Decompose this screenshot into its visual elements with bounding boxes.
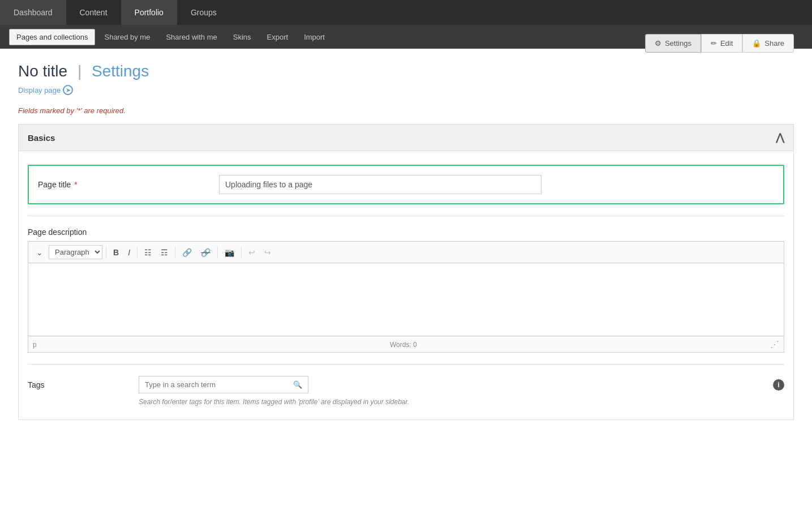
chevron-down-icon: ⌄ (36, 248, 43, 257)
page-title-label: Page title * (38, 180, 219, 189)
tags-label: Tags (28, 380, 130, 389)
toolbar-chevron-button[interactable]: ⌄ (33, 246, 46, 259)
italic-button[interactable]: I (124, 246, 134, 259)
paragraph-tag: p (33, 341, 37, 349)
pencil-icon: ✏ (711, 39, 717, 48)
info-icon[interactable]: i (773, 379, 784, 391)
page-heading: No title | Settings (18, 62, 794, 80)
lock-icon: 🔒 (752, 39, 761, 48)
nav-groups[interactable]: Groups (177, 0, 230, 25)
basics-section-body: Page title * Page description ⌄ Paragrap… (19, 151, 793, 419)
page-description-section: Page description ⌄ Paragraph B I ☷ ☶ (28, 228, 784, 353)
image-button[interactable]: 📷 (221, 246, 238, 259)
editor-area[interactable] (28, 263, 784, 336)
page-title-input[interactable] (219, 175, 542, 194)
word-count: Words: 0 (390, 341, 417, 349)
toolbar-divider-2 (137, 247, 138, 258)
search-icon: 🔍 (293, 380, 302, 389)
tags-hint: Search for/enter tags for this item. Ite… (139, 398, 784, 406)
tags-search-input[interactable] (145, 380, 290, 389)
subnav-shared-by-me[interactable]: Shared by me (97, 29, 157, 45)
tags-row: Tags 🔍 i (28, 376, 784, 393)
bold-button[interactable]: B (110, 246, 122, 259)
gear-icon: ⚙ (655, 39, 661, 48)
subnav-skins[interactable]: Skins (226, 29, 258, 45)
toolbar-divider-3 (175, 247, 175, 258)
top-navigation: Dashboard Content Portfolio Groups (0, 0, 812, 25)
nav-dashboard[interactable]: Dashboard (0, 0, 66, 25)
page-description-label: Page description (28, 228, 784, 237)
edit-button[interactable]: ✏ Edit (701, 34, 742, 53)
editor-toolbar: ⌄ Paragraph B I ☷ ☶ 🔗 🔗 📷 (28, 241, 784, 263)
basics-section-title: Basics (28, 133, 55, 143)
unordered-list-button[interactable]: ☷ (141, 246, 155, 259)
circle-arrow-icon: ➤ (63, 85, 73, 95)
toolbar-divider-1 (106, 247, 106, 258)
page-title-row: Page title * (28, 165, 784, 204)
resize-handle[interactable]: ⋰ (770, 339, 779, 350)
nav-portfolio[interactable]: Portfolio (121, 0, 177, 25)
page-title-section: Settings (92, 62, 149, 80)
required-note: Fields marked by '*' are required. (18, 106, 794, 115)
paragraph-style-select[interactable]: Paragraph (49, 245, 102, 259)
subnav-export[interactable]: Export (260, 29, 295, 45)
unlink-button[interactable]: 🔗 (197, 246, 214, 259)
ordered-list-button[interactable]: ☶ (157, 246, 171, 259)
display-page-link[interactable]: Display page ➤ (18, 85, 73, 95)
basics-section-header: Basics ⋀ (19, 125, 793, 151)
required-star: * (72, 180, 77, 189)
editor-footer: p Words: 0 ⋰ (28, 336, 784, 353)
collapse-icon[interactable]: ⋀ (776, 131, 784, 144)
subnav-pages-collections[interactable]: Pages and collections (9, 29, 95, 45)
toolbar-divider-4 (217, 247, 218, 258)
undo-button[interactable]: ↩ (245, 246, 259, 259)
page-content: ⚙ Settings ✏ Edit 🔒 Share No title | Set… (0, 49, 812, 445)
title-separator: | (78, 62, 86, 80)
settings-button[interactable]: ⚙ Settings (645, 34, 701, 53)
tags-divider (28, 364, 784, 365)
share-button[interactable]: 🔒 Share (742, 34, 794, 53)
basics-section: Basics ⋀ Page title * Page description ⌄ (18, 124, 794, 420)
link-button[interactable]: 🔗 (179, 246, 195, 259)
subnav-import[interactable]: Import (297, 29, 332, 45)
tags-section: Tags 🔍 i Search for/enter tags for this … (28, 376, 784, 406)
section-divider (28, 216, 784, 216)
action-buttons: ⚙ Settings ✏ Edit 🔒 Share (645, 34, 794, 53)
tags-search-container[interactable]: 🔍 (139, 376, 308, 393)
subnav-shared-with-me[interactable]: Shared with me (159, 29, 224, 45)
page-title-prefix: No title (18, 62, 67, 80)
toolbar-divider-5 (241, 247, 242, 258)
nav-content[interactable]: Content (66, 0, 121, 25)
redo-button[interactable]: ↪ (261, 246, 274, 259)
